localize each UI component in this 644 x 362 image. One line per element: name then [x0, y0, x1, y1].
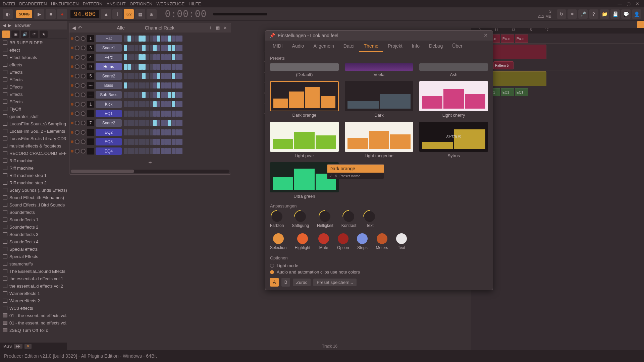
browser-folder-item[interactable]: Riff machine step 1	[0, 172, 67, 179]
channel-pan-knob[interactable]	[75, 46, 79, 50]
account-icon[interactable]: 👤	[632, 9, 641, 19]
channel-vol-knob[interactable]	[81, 111, 86, 116]
adjust-knob-helligkeit[interactable]: Helligkeit	[317, 211, 333, 228]
color-swatch-selection[interactable]: Selection	[270, 233, 286, 250]
browser-folder-item[interactable]: Soundeffects	[0, 208, 67, 216]
browser-folder-item[interactable]: Sound Effect..ith Filenames)	[0, 194, 67, 201]
channel-step-sequencer[interactable]	[124, 54, 182, 60]
channel-step-sequencer[interactable]	[124, 82, 182, 88]
browser-folder-item[interactable]: LucasFilm So..ts Library CD3	[0, 135, 67, 142]
record-button[interactable]: ●	[57, 9, 67, 19]
menu-werkzeuge[interactable]: WERKZEUGE	[156, 1, 184, 6]
channel-pan-knob[interactable]	[75, 36, 79, 41]
channel-led-icon[interactable]	[71, 150, 73, 153]
channel-led-icon[interactable]	[71, 112, 73, 115]
channel-led-icon[interactable]	[71, 131, 73, 134]
color-swatch-meters[interactable]: Meters	[376, 233, 388, 250]
channel-mixer-track[interactable]: 3	[87, 45, 94, 51]
tab-audio[interactable]: Audio	[287, 41, 309, 52]
tab-theme[interactable]: Theme	[359, 41, 383, 52]
tab-datei[interactable]: Datei	[339, 41, 359, 52]
channel-mixer-track[interactable]: ---	[87, 92, 94, 98]
browser-folder-item[interactable]: Soundeffects 1	[0, 216, 67, 223]
channel-pan-knob[interactable]	[75, 130, 79, 135]
song-position-slider[interactable]	[213, 13, 267, 15]
rack-grid-icon[interactable]: ▦	[215, 25, 221, 31]
browser-add-icon[interactable]: +	[2, 31, 10, 38]
preset-ash[interactable]: Ash	[419, 63, 488, 77]
channel-step-sequencer[interactable]	[124, 148, 182, 154]
rename-cancel-icon[interactable]: ✕	[334, 174, 337, 178]
browser-fwd-icon[interactable]: ▶	[8, 23, 11, 28]
color-swatch-steps[interactable]: Steps	[357, 233, 368, 250]
channel-pan-knob[interactable]	[75, 102, 79, 107]
channel-row[interactable]: 7Snare2	[69, 118, 231, 128]
rack-graph-icon[interactable]: ⫴	[207, 25, 213, 31]
browser-folder-item[interactable]: musical effects & footsteps	[0, 142, 67, 149]
browser-star-icon[interactable]: ★	[40, 31, 48, 38]
adjust-knob-text[interactable]: Text	[364, 211, 375, 228]
browser-file-item[interactable]: 01 - the essent..nd effects vol.2	[0, 312, 67, 319]
channel-step-sequencer[interactable]	[124, 120, 182, 126]
channel-name-button[interactable]: EQ2	[96, 129, 122, 136]
channel-led-icon[interactable]	[71, 140, 73, 143]
channel-mixer-track[interactable]	[87, 138, 94, 145]
channel-led-icon[interactable]	[71, 94, 73, 96]
channel-pan-knob[interactable]	[75, 111, 79, 116]
playlist-clip[interactable]: Pa..n 1	[501, 35, 514, 43]
browser-folder-item[interactable]: Effects	[0, 98, 67, 105]
browser-folder-item[interactable]: The Essential..Sound Effects	[0, 267, 67, 275]
song-mode-button[interactable]: SONG	[16, 10, 32, 18]
channel-vol-knob[interactable]	[81, 130, 86, 135]
channel-vol-knob[interactable]	[81, 55, 86, 60]
channel-name-button[interactable]: Horns	[96, 63, 122, 70]
channel-name-button[interactable]: Hat	[96, 35, 122, 42]
preset-dark[interactable]: Dark	[345, 81, 414, 118]
browser-audio-icon[interactable]: 🔊	[21, 31, 29, 38]
channel-row[interactable]: 9Horns	[69, 62, 231, 71]
playlist-clip[interactable]: EQ1	[501, 88, 514, 96]
channel-row[interactable]: 5Snare2	[69, 71, 231, 81]
channel-pan-knob[interactable]	[75, 139, 79, 144]
channel-step-sequencer[interactable]	[124, 129, 182, 135]
browser-folder-item[interactable]: Riff machine	[0, 164, 67, 172]
channel-name-button[interactable]: EQ4	[96, 147, 122, 155]
browser-folder-item[interactable]: LucasFilm Sou..2 - Elements	[0, 127, 67, 135]
channel-step-sequencer[interactable]	[124, 64, 182, 70]
browser-folder-item[interactable]: Riff machine	[0, 157, 67, 164]
channel-name-button[interactable]: Perc	[96, 54, 122, 61]
preset-light-cherry[interactable]: Light cherry	[419, 81, 488, 118]
browser-folder-item[interactable]: generator_stuff	[0, 113, 67, 120]
adjust-knob-kontrast[interactable]: Kontrast	[341, 211, 357, 228]
channel-row[interactable]: EQ1	[69, 109, 231, 118]
channel-mixer-track[interactable]	[87, 148, 94, 155]
browser-folder-item[interactable]: LucasFilm Soun..s) Sampling	[0, 120, 67, 127]
playlist-clip[interactable]: EQ1	[515, 88, 528, 96]
tab-projekt[interactable]: Projekt	[383, 41, 407, 52]
menu-ansicht[interactable]: ANSICHT	[107, 1, 126, 6]
channel-pan-knob[interactable]	[75, 74, 79, 78]
channel-vol-knob[interactable]	[81, 139, 86, 144]
channel-vol-knob[interactable]	[81, 83, 86, 88]
browser-folder-item[interactable]: Soundeffects 3	[0, 231, 67, 238]
channel-mixer-track[interactable]: 1	[87, 35, 94, 42]
channel-led-icon[interactable]	[71, 84, 73, 87]
browser-folder-item[interactable]: Soundeffects 2	[0, 223, 67, 231]
mic-icon[interactable]: 🎤	[578, 9, 588, 19]
channel-pan-knob[interactable]	[75, 55, 79, 60]
channel-vol-knob[interactable]	[81, 102, 86, 107]
playlist-clip[interactable]: Pa..n 1	[515, 35, 528, 43]
browser-folder-item[interactable]: the essential..d effects vol.1	[0, 275, 67, 282]
channel-step-sequencer[interactable]	[124, 139, 182, 145]
channel-vol-knob[interactable]	[81, 64, 86, 69]
channel-name-button[interactable]: Snare2	[96, 72, 122, 80]
channel-led-icon[interactable]	[71, 75, 73, 77]
rename-accept-icon[interactable]: ✓	[329, 174, 332, 178]
channel-pan-knob[interactable]	[75, 64, 79, 69]
open-icon[interactable]: 📁	[600, 9, 609, 19]
channel-name-button[interactable]: Bass	[96, 82, 122, 89]
channel-mixer-track[interactable]: ---	[87, 82, 94, 89]
rack-menu-icon[interactable]: ◀	[72, 25, 76, 31]
channel-vol-knob[interactable]	[81, 46, 86, 50]
menu-optionen[interactable]: OPTIONEN	[130, 1, 153, 6]
